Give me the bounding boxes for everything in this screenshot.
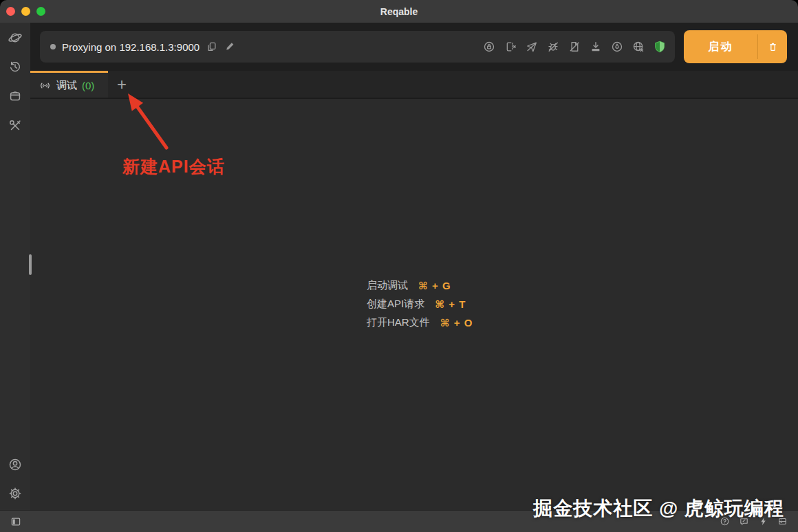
title-bar: Reqable — [0, 0, 798, 23]
tab-debug-label: 调试 — [56, 79, 77, 92]
history-icon[interactable] — [8, 59, 23, 74]
tools-icon[interactable] — [8, 118, 23, 133]
start-button-label[interactable]: 启动 — [684, 30, 757, 63]
drop-circle-icon[interactable] — [610, 40, 624, 54]
toolbar: Proxying on 192.168.1.3:9000 — [30, 23, 798, 71]
start-device-segment[interactable] — [758, 30, 787, 63]
add-tab-button[interactable]: + — [108, 71, 136, 98]
shortcut-row: 启动调试 ⌘ + G — [367, 276, 473, 295]
shortcut-keys: ⌘ + T — [435, 298, 466, 311]
proxy-status-dot — [50, 44, 56, 49]
shortcut-label: 打开HAR文件 — [367, 316, 430, 329]
toolbar-action-icons — [482, 40, 667, 54]
sidebar-toggle-icon[interactable] — [10, 516, 22, 528]
planet-icon[interactable] — [8, 30, 23, 45]
shortcut-hints: 启动调试 ⌘ + G 创建API请求 ⌘ + T 打开HAR文件 ⌘ + O — [367, 276, 473, 332]
bug-off-icon[interactable] — [546, 40, 560, 54]
broadcast-icon — [39, 79, 52, 92]
proxy-status-field[interactable]: Proxying on 192.168.1.3:9000 — [40, 31, 675, 63]
settings-gear-icon[interactable] — [8, 486, 23, 501]
shortcut-label: 启动调试 — [367, 279, 408, 292]
script-off-icon[interactable] — [568, 40, 581, 54]
certificate-lock-icon[interactable] — [482, 40, 496, 54]
account-icon[interactable] — [8, 457, 23, 472]
tab-debug-count: (0) — [82, 80, 94, 91]
annotation-label: 新建API会话 — [122, 155, 225, 178]
shortcut-row: 打开HAR文件 ⌘ + O — [367, 313, 473, 332]
shortcut-row: 创建API请求 ⌘ + T — [367, 295, 473, 313]
main-area: Proxying on 192.168.1.3:9000 — [30, 23, 798, 510]
shortcut-keys: ⌘ + O — [440, 317, 473, 329]
sidebar-drag-handle[interactable] — [29, 254, 32, 275]
download-icon[interactable] — [589, 40, 603, 54]
collection-icon[interactable] — [8, 89, 23, 104]
copy-icon[interactable] — [206, 41, 218, 53]
tab-bar: 调试 (0) + — [30, 71, 798, 99]
watermark-text: 掘金技术社区 @ 虎鲸玩编程 — [533, 496, 784, 522]
window-title: Reqable — [0, 6, 798, 17]
tab-debug[interactable]: 调试 (0) — [30, 71, 108, 98]
left-sidebar — [0, 23, 30, 510]
edit-pencil-icon[interactable] — [224, 41, 237, 53]
device-disconnect-icon[interactable] — [504, 40, 517, 54]
paper-plane-off-icon[interactable] — [525, 40, 539, 54]
proxy-status-text: Proxying on 192.168.1.3:9000 — [62, 41, 200, 53]
ssl-shield-icon[interactable] — [653, 40, 667, 54]
start-button[interactable]: 启动 — [684, 30, 787, 63]
shortcut-label: 创建API请求 — [367, 298, 424, 311]
reqable-window: Reqable — [0, 0, 798, 532]
phone-icon — [767, 41, 779, 53]
network-off-icon[interactable] — [632, 40, 645, 54]
shortcut-keys: ⌘ + G — [418, 280, 451, 292]
